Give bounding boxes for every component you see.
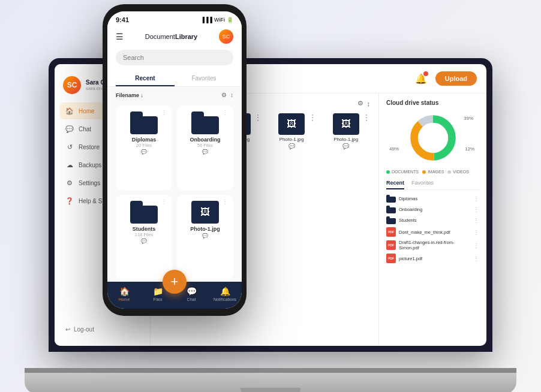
comment-icon: 💬	[202, 149, 208, 155]
item-options-dots[interactable]: ⋮	[473, 217, 479, 224]
upload-button[interactable]: Upload	[435, 71, 477, 86]
file-options-dots[interactable]: ⋮	[363, 113, 370, 122]
legend-videos: VIDEOS	[447, 170, 468, 174]
logout-icon: ↩	[65, 326, 70, 333]
folder-icon	[386, 216, 396, 224]
phone-avatar[interactable]: SC	[219, 29, 233, 44]
phone-filter-icon[interactable]: ⚙	[221, 92, 227, 98]
phone-tabs: Recent Favorites	[107, 71, 242, 87]
donut-chart: 39% 49% 12%	[386, 111, 479, 165]
tab-favorites[interactable]: Favorites	[411, 180, 434, 189]
folder-icon	[386, 195, 396, 203]
file-options-dots[interactable]: ⋮	[222, 198, 229, 206]
wifi-icon: WiFi	[214, 17, 225, 23]
chat-nav-label: Chat	[187, 297, 196, 301]
image-thumbnail: 🖼	[278, 113, 305, 135]
home-nav-label: Home	[119, 297, 130, 301]
image-thumbnail: 🖼	[333, 113, 359, 135]
phone-file-item[interactable]: ⋮ Onboarding 56 Files 💬	[177, 105, 233, 190]
notification-button[interactable]: 🔔	[413, 70, 429, 87]
file-options-dots[interactable]: ⋮	[161, 109, 167, 117]
file-options-dots[interactable]: ⋮	[222, 109, 229, 117]
chart-label-12: 12%	[465, 146, 474, 152]
phone-file-item[interactable]: ⋮ 🖼 Photo-1.jpg 💬	[177, 195, 233, 279]
file-item[interactable]: ⋮ 🖼 Photo-1.jpg 💬	[322, 113, 371, 153]
chat-nav-icon: 💬	[187, 287, 197, 296]
tab-recent[interactable]: Recent	[386, 180, 404, 189]
phone-search-area	[107, 50, 242, 71]
list-item[interactable]: Onboarding ⋮	[386, 206, 479, 213]
hamburger-menu-button[interactable]: ☰	[116, 32, 124, 41]
sort-icon[interactable]: ↕	[367, 100, 371, 107]
comment-icon: 💬	[141, 239, 147, 244]
list-item[interactable]: Students ⋮	[386, 216, 479, 224]
cloud-status-title: Cloud drive status	[386, 99, 479, 106]
phone-tab-recent[interactable]: Recent	[116, 71, 175, 86]
comment-icon: 💬	[288, 143, 295, 149]
folder-icon	[130, 201, 158, 224]
comment-icon: 💬	[202, 233, 208, 239]
filter-icon[interactable]: ⚙	[357, 99, 363, 107]
notification-badge	[423, 71, 428, 76]
home-icon: 🏠	[65, 107, 74, 115]
list-item[interactable]: Diplomas ⋮	[386, 195, 479, 203]
pdf-icon: PDF	[386, 240, 396, 250]
home-nav-icon: 🏠	[119, 287, 130, 296]
pdf-icon: PDF	[386, 254, 396, 263]
phone-file-header: Filename ↓ ⚙ ↕	[107, 87, 242, 103]
item-options-dots[interactable]: ⋮	[473, 255, 479, 262]
phone-status-icons: ▐▐▐ WiFi 🔋	[201, 17, 233, 23]
phone-app-logo: DocumentLibrary	[145, 33, 197, 40]
logout-button[interactable]: ↩ Log-out	[55, 320, 150, 339]
phone-header: ☰ DocumentLibrary SC	[107, 26, 242, 50]
avatar: SC	[63, 76, 81, 94]
list-item[interactable]: PDF picture1.pdf ⋮	[386, 254, 479, 263]
battery-icon: 🔋	[227, 17, 233, 23]
phone-files-grid: ⋮ Diplomas 20 Files 💬 ⋮ Onboarding 56 Fi…	[107, 103, 242, 282]
recent-file-list: Diplomas ⋮ Onboarding	[386, 195, 479, 263]
chart-label-49: 49%	[389, 146, 399, 152]
backups-icon: ☁	[65, 161, 74, 169]
file-item[interactable]: ⋮ 🖼 Photo-1.jpg 💬	[268, 113, 316, 153]
chat-icon: 💬	[65, 125, 74, 133]
phone-file-item[interactable]: ⋮ Students 118 Files 💬	[116, 195, 172, 279]
help-icon: ❓	[65, 197, 74, 205]
phone-filename-sort-label[interactable]: Filename ↓	[116, 92, 143, 98]
comment-icon: 💬	[141, 149, 147, 155]
fab-add-button[interactable]: +	[163, 270, 187, 294]
phone-sort-icon[interactable]: ↕	[230, 92, 233, 98]
folder-icon	[130, 111, 158, 134]
notifications-nav-label: Notifications	[214, 297, 236, 301]
phone-bottom-nav: + 🏠 Home 📁 Files 💬 Chat 🔔 Notifications	[107, 282, 242, 309]
item-options-dots[interactable]: ⋮	[473, 206, 479, 213]
phone-screen: 9:41 ▐▐▐ WiFi 🔋 ☰ DocumentLibrary SC	[107, 11, 242, 309]
settings-icon: ⚙	[65, 179, 74, 187]
right-panel: Cloud drive status	[378, 94, 486, 346]
chart-label-39: 39%	[464, 116, 473, 121]
file-options-dots[interactable]: ⋮	[161, 198, 167, 206]
list-item[interactable]: PDF Dont_make_me_think.pdf ⋮	[386, 227, 479, 237]
item-options-dots[interactable]: ⋮	[473, 195, 479, 202]
phone-device: 9:41 ▐▐▐ WiFi 🔋 ☰ DocumentLibrary SC	[103, 4, 247, 316]
phone-tab-favorites[interactable]: Favorites	[175, 71, 233, 86]
image-thumbnail: 🖼	[191, 201, 219, 224]
files-nav-icon: 📁	[153, 287, 163, 296]
legend-images: IMAGES	[422, 170, 444, 174]
folder-icon	[386, 206, 396, 213]
notifications-nav-icon: 🔔	[220, 287, 230, 296]
phone-nav-notifications[interactable]: 🔔 Notifications	[208, 287, 242, 301]
file-options-dots[interactable]: ⋮	[309, 113, 316, 122]
file-options-dots[interactable]: ⋮	[254, 113, 262, 122]
phone-file-item[interactable]: ⋮ Diplomas 20 Files 💬	[116, 105, 172, 190]
recent-favorites-tabs: Recent Favorites	[386, 180, 479, 190]
phone-nav-home[interactable]: 🏠 Home	[107, 287, 141, 301]
search-input[interactable]	[116, 50, 233, 65]
folder-icon	[191, 111, 219, 134]
phone-time: 9:41	[116, 16, 129, 23]
signal-icon: ▐▐▐	[201, 17, 212, 23]
item-options-dots[interactable]: ⋮	[473, 229, 479, 236]
item-options-dots[interactable]: ⋮	[473, 242, 479, 249]
pdf-icon: PDF	[386, 227, 396, 237]
list-item[interactable]: PDF Draft1-changes-in.red-from-Simon.pdf…	[386, 240, 479, 251]
restore-icon: ↺	[65, 143, 74, 151]
